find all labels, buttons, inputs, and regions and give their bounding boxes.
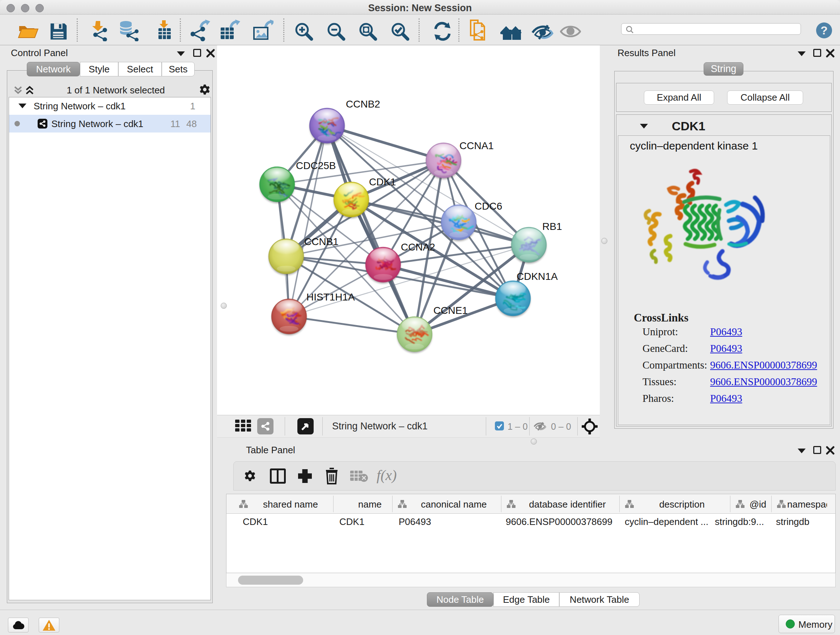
svg-text:CDC6: CDC6: [475, 201, 502, 212]
svg-text:CCNE1: CCNE1: [433, 305, 468, 316]
svg-text:CCNB2: CCNB2: [346, 98, 380, 110]
svg-text:CDKN1A: CDKN1A: [516, 271, 558, 282]
svg-text:?: ?: [821, 24, 828, 37]
svg-text:CCNA1: CCNA1: [459, 140, 494, 151]
svg-text:CCNB1: CCNB1: [304, 236, 339, 247]
svg-text:CDC25B: CDC25B: [296, 160, 336, 171]
svg-text:RB1: RB1: [542, 221, 562, 232]
svg-text:CDK1: CDK1: [369, 176, 396, 187]
svg-text:CCNA2: CCNA2: [401, 241, 435, 253]
svg-text:HIST1H1A: HIST1H1A: [306, 291, 355, 302]
